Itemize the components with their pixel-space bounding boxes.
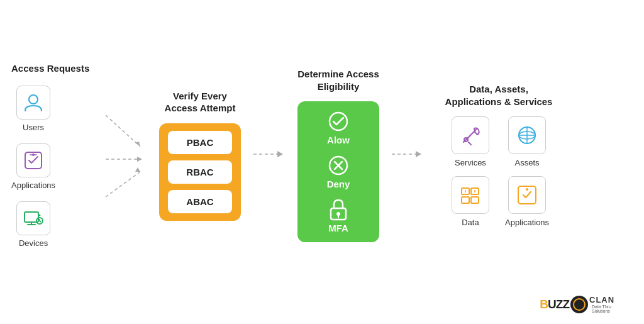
logo-subtitle: Data Thru Solutions <box>592 304 626 314</box>
app-label: Applications <box>11 181 55 190</box>
logo-b: B <box>540 298 548 311</box>
allow-item: Alow <box>327 110 350 145</box>
services-label: Services <box>455 158 486 167</box>
device-icon <box>22 207 45 230</box>
x-circle-icon <box>327 154 350 177</box>
col-assets-title: Data, Assets, Applications & Services <box>445 83 553 108</box>
svg-point-18 <box>330 113 347 130</box>
assets-label: Assets <box>515 158 540 167</box>
user-icon <box>23 92 44 113</box>
col-determine: Determine Access Eligibility Alow Deny <box>288 68 389 242</box>
svg-point-0 <box>29 95 38 104</box>
lock-icon <box>329 198 348 221</box>
services-icon <box>458 123 482 147</box>
logo-circle <box>570 296 588 313</box>
svg-rect-35 <box>462 197 469 203</box>
logo-text: BUZZ <box>540 298 569 311</box>
user-label: Users <box>23 123 44 132</box>
check-circle-icon <box>327 110 350 133</box>
assets-icon-box <box>508 116 546 154</box>
asset-applications: Applications <box>505 176 549 227</box>
applications-icon <box>515 183 539 207</box>
logo-uzz: UZZ <box>548 298 569 311</box>
request-items-list: Users Applications <box>11 86 55 248</box>
deny-label: Deny <box>327 179 350 189</box>
svg-rect-36 <box>471 197 479 203</box>
col-verify-title: Verify Every Access Attempt <box>165 90 236 115</box>
deny-item: Deny <box>327 154 350 189</box>
data-icon <box>458 183 482 207</box>
col-verify: Verify Every Access Attempt PBAC RBAC AB… <box>150 90 250 221</box>
logo: BUZZ CLAN Data Thru Solutions <box>540 295 626 314</box>
asset-services: Services <box>448 116 492 167</box>
svg-point-9 <box>39 215 41 216</box>
col-determine-title: Determine Access Eligibility <box>297 68 379 92</box>
svg-line-10 <box>106 115 140 147</box>
col-requests-title: Access Requests <box>11 62 89 75</box>
logo-clan: CLAN <box>589 295 626 304</box>
logo-circle-inner <box>573 298 586 311</box>
request-item-devices: Devices <box>11 201 55 248</box>
col-access-requests: Access Requests Users <box>11 62 99 249</box>
data-icon-box <box>452 176 489 214</box>
svg-point-40 <box>526 188 528 191</box>
verify-box: PBAC RBAC ABAC <box>159 123 241 221</box>
user-icon-box <box>16 86 50 120</box>
determine-box: Alow Deny MFA <box>297 101 379 242</box>
applications-icon-box <box>508 176 546 214</box>
app-icon-box <box>16 143 50 177</box>
device-icon-box <box>16 201 50 235</box>
diagram: Access Requests Users <box>0 0 644 324</box>
abac-item: ABAC <box>168 190 232 213</box>
allow-label: Alow <box>327 135 350 145</box>
services-icon-box <box>452 116 489 154</box>
mfa-item: MFA <box>328 198 348 233</box>
request-item-applications: Applications <box>11 143 55 190</box>
request-item-users: Users <box>11 86 55 132</box>
data-label: Data <box>462 218 479 227</box>
logo-right: CLAN Data Thru Solutions <box>589 295 626 314</box>
asset-assets: Assets <box>505 116 549 167</box>
mfa-label: MFA <box>328 223 348 233</box>
svg-marker-26 <box>416 151 421 157</box>
rbac-item: RBAC <box>168 160 232 184</box>
svg-marker-13 <box>137 157 142 162</box>
asset-data: Data <box>448 176 492 227</box>
pbac-item: PBAC <box>168 131 232 154</box>
assets-icon <box>515 123 539 147</box>
svg-marker-15 <box>135 167 140 172</box>
svg-line-14 <box>106 172 140 197</box>
connector-1 <box>99 91 150 220</box>
assets-grid: Services Assets <box>448 116 549 227</box>
connector-2 <box>250 135 288 176</box>
connector-3 <box>389 135 426 176</box>
svg-marker-17 <box>277 151 283 157</box>
col-assets: Data, Assets, Applications & Services Se… <box>426 83 571 227</box>
device-label: Devices <box>19 238 48 248</box>
app-icon <box>23 150 44 171</box>
svg-line-8 <box>40 221 41 222</box>
applications-label: Applications <box>505 218 549 227</box>
